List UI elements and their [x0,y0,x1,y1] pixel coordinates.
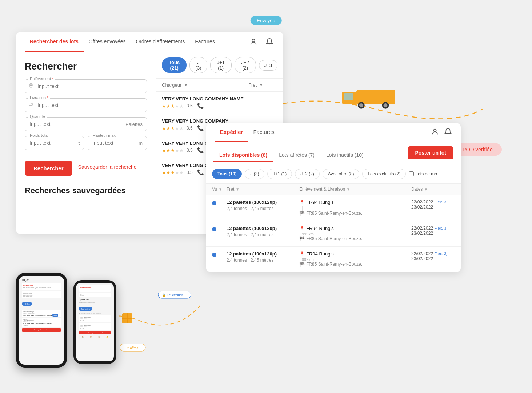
user-icon[interactable] [248,37,259,47]
second-card: Expédier Factures Lots disponibles (8) L… [206,123,461,272]
pickup-icon: 📍 [299,251,305,257]
enlevement-label: Enlèvement [28,76,55,81]
tab-offres[interactable]: Offres envoyées [84,32,131,52]
dates-cell: 22/02/2022 Flex. 3j 23/02/2022 [411,199,455,210]
lot-tab-disponibles[interactable]: Lots disponibles (8) [213,149,273,162]
tab-factures-second[interactable]: Factures [248,123,279,142]
fret-cell: 12 palettes (100x120p) 2,4 tonnes 2,45 m… [227,226,299,237]
data-row[interactable]: 12 palettes (100x120p) 2,4 tonnes 2,45 m… [206,221,461,247]
search-title: Rechercher [25,61,147,72]
enlevement-cell: 📍 FR94 Rungis 999km 🏁 FR85 Saint-Remy-en… [299,251,411,267]
enl-row: 📍 FR94 Rungis [299,199,411,205]
result-row[interactable]: VERY VERY LONG COMPANY NAME ★★★★★ 3.5 📞 [156,92,283,114]
phone-mockups-container: Trajet Enlèvement * FR92 Montrouge - aut… [16,273,116,368]
quantite-label: Quantité [28,114,47,119]
delivery-icon: 🏁 [299,211,305,216]
sub-filter-lots-mo[interactable]: Lots de mo [409,171,437,176]
envoyee-badge: Envoyée [250,16,282,25]
svg-point-10 [252,39,255,42]
svg-rect-6 [344,93,353,100]
livraison-label: Livraison [28,95,50,100]
livraison-input[interactable] [25,98,147,112]
filter-tab-j[interactable]: J (3) [189,57,207,73]
filter-tab-j2[interactable]: J+2 (2) [235,57,256,73]
svg-point-4 [359,103,363,107]
notification-icon-second[interactable] [444,128,452,137]
search-button[interactable]: Rechercher [25,161,72,176]
poids-field: Poids total t [25,136,84,150]
btn-row: Rechercher Sauvegarder la recherche [25,158,147,176]
poids-input[interactable] [25,136,84,150]
sub-filter-avec-offre[interactable]: Avec offre (8) [323,169,360,179]
col-chargeur: Chargeur ▼ [162,82,245,88]
tab-ordres[interactable]: Ordres d'affrètements [131,32,190,52]
dot-cell [212,199,227,205]
stars: ★★★★★ [162,148,184,153]
sub-filter-exclusifs[interactable]: Lots exclusifs (2) [362,169,406,179]
fret-title: 12 palettes (100x120p) [227,251,299,257]
table-header: Vu ▼ Fret ▼ Enlèvement & Livraison ▼ Dat… [206,184,461,195]
svg-text:🔒 Lot exclusif: 🔒 Lot exclusif [162,293,183,297]
filter-tab-j3[interactable]: J+3 [259,60,277,71]
fret-sub: 2,4 tonnes 2,45 mètres [227,232,299,237]
sub-filter-j1[interactable]: J+1 (1) [267,169,292,179]
user-icon-second[interactable] [431,128,439,137]
svg-point-5 [384,103,388,107]
tab-expedier[interactable]: Expédier [215,123,248,142]
sub-filter-tous[interactable]: Tous (10) [212,169,242,179]
filter-tab-j1[interactable]: J+1 (1) [210,57,232,73]
fret-title: 12 palettes (100x120p) [227,199,299,205]
t-suffix: t [78,140,80,146]
quantite-field: Quantité Palettes [25,117,147,131]
phone-icon: 📞 [197,147,204,154]
phone-mockup-2: Enlèvement * ... Rieu Type de fret Rense… [73,280,116,364]
lot-tab-inactifs[interactable]: Lots inactifs (10) [320,149,369,162]
enl-loc: FR94 Rungis [306,199,334,205]
livraison-field: Livraison [25,98,147,112]
second-nav: Expédier Factures [206,123,461,142]
lot-tab-affretés[interactable]: Lots affrétés (7) [273,149,320,162]
svg-point-11 [30,85,32,86]
poster-lot-button[interactable]: Poster un lot [408,146,453,159]
filter-tabs: Tous (21) J (3) J+1 (1) J+2 (2) J+3 [156,52,283,79]
rating: 3.5 [187,148,193,153]
enl-loc: FR94 Rungis [306,251,334,257]
search-panel: Rechercher Enlèvement Livraison [16,52,156,234]
poids-label: Poids total [28,133,50,138]
th-fret: Fret ▼ [227,187,299,192]
liv-loc: FR85 Saint-Remy-en-Bouze... [306,211,365,216]
liv-loc: FR85 Saint-Remy-en-Bouze... [306,262,365,267]
stars: ★★★★★ [162,103,184,109]
unread-dot [212,227,216,231]
sub-filter-tabs: Tous (10) J (3) J+1 (1) J+2 (2) Avec off… [206,164,461,184]
delivery-icon: 🏁 [299,262,305,267]
hauteur-input[interactable] [88,136,147,150]
enlevement-cell: 📍 FR94 Rungis 🏁 FR85 Saint-Remy-en-Bouze… [299,199,411,217]
th-enlevement: Enlèvement & Livraison ▼ [299,187,411,192]
filter-tab-tous[interactable]: Tous (21) [162,57,187,73]
data-row[interactable]: 12 palettes (100x120p) 2,4 tonnes 2,45 m… [206,195,461,221]
save-link[interactable]: Sauvegarder la recherche [78,164,137,170]
svg-rect-0 [356,90,395,104]
flag-icon [28,102,33,108]
svg-text:2 offres: 2 offres [127,346,138,350]
pickup-icon: 📍 [299,226,305,231]
pickup-icon: 📍 [299,200,305,205]
enlevement-input[interactable] [25,79,147,93]
fret-sub: 2,4 tonnes 2,45 mètres [227,206,299,211]
sub-filter-j2[interactable]: J+2 (2) [295,169,320,179]
tab-rechercher[interactable]: Rechercher des lots [25,32,84,52]
lots-mo-checkbox[interactable] [409,171,414,176]
location-icon [28,83,33,90]
dates-cell: 22/02/2022 Flex. 3j 23/02/2022 [411,226,455,236]
company-name: VERY VERY LONG COMPANY NAME [162,96,277,102]
sub-filter-j[interactable]: J (3) [245,169,264,179]
tab-factures[interactable]: Factures [190,32,220,52]
rating: 3.5 [187,103,193,108]
hauteur-field: Hauteur max m [88,136,147,150]
svg-point-3 [382,102,389,109]
notification-icon[interactable] [264,37,275,47]
dot-cell [212,226,227,231]
data-row[interactable]: 12 palettes (100x120p) 2,4 tonnes 2,45 m… [206,247,461,272]
phone-screen-1: Trajet Enlèvement * FR92 Montrouge - aut… [19,276,64,365]
